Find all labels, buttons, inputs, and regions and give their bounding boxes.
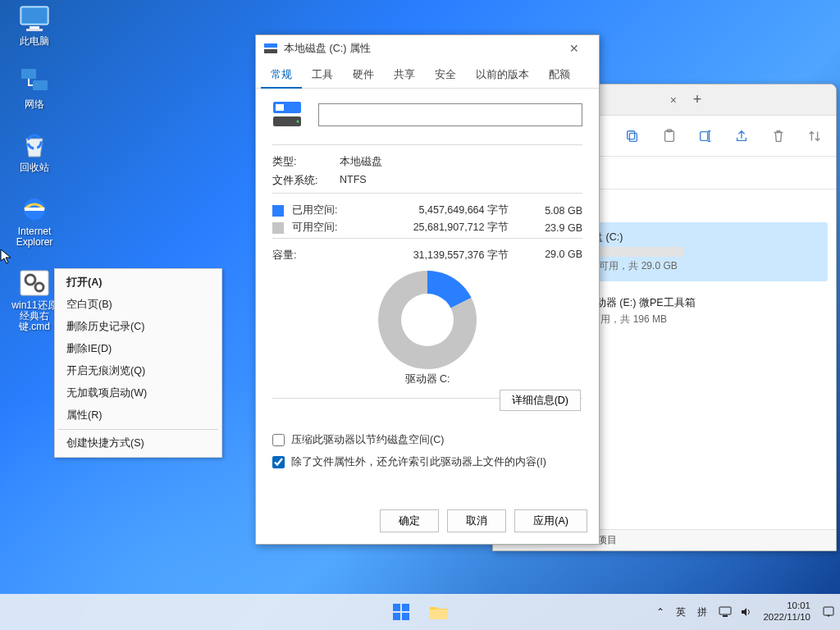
svg-rect-27 [264,49,277,53]
value-free-bytes: 25,681,907,712 字节 [353,221,525,235]
desktop-icon-network[interactable]: 网络 [10,67,59,110]
svg-rect-39 [824,607,833,615]
taskbar-clock[interactable]: 10:01 2022/11/10 [763,600,810,623]
label-free-space: 可用空间: [292,221,353,235]
clock-date: 2022/11/10 [763,612,810,623]
taskbar-explorer-button[interactable] [423,596,454,628]
svg-rect-35 [402,613,409,620]
desktop: 此电脑 网络 回收站 Internet Explorer win11还原经典右键… [10,4,59,333]
drive-usage-text: 23.9 GB 可用，共 29.0 GB [560,259,823,273]
start-button[interactable] [386,596,417,628]
menu-separator [58,429,218,430]
apply-button[interactable]: 应用(A) [514,509,587,532]
checkbox-input[interactable] [272,434,285,446]
close-icon[interactable]: × [670,94,677,107]
drive-name: 本地磁盘 (C:) [560,231,823,244]
new-tab-button[interactable]: + [682,84,713,115]
value-free-gb: 23.9 GB [525,222,582,234]
ime-mode-indicator[interactable]: 拼 [697,605,707,619]
cancel-button[interactable]: 取消 [447,509,506,532]
dialog-title: 本地磁盘 (C:) 属性 [284,42,371,56]
value-capacity-bytes: 31,139,557,376 字节 [353,249,525,262]
svg-rect-34 [393,613,400,620]
tab-share[interactable]: 共享 [384,62,425,88]
dialog-buttons: 确定 取消 应用(A) [256,501,599,544]
desktop-icon-recycle[interactable]: 回收站 [10,130,59,173]
close-button[interactable]: ✕ [558,35,591,62]
properties-dialog[interactable]: 本地磁盘 (C:) 属性 ✕ 常规 工具 硬件 共享 安全 以前的版本 配额 类… [255,34,600,545]
svg-rect-12 [628,130,635,139]
taskbar[interactable]: ⌃ 英 拼 10:01 2022/11/10 [0,594,840,630]
tab-quota[interactable]: 配额 [539,62,580,88]
taskbar-tray: ⌃ 英 拼 10:01 2022/11/10 [656,600,835,623]
svg-rect-5 [33,80,48,90]
menu-item-blank-page[interactable]: 空白页(B) [57,294,220,316]
drive-fs-text: UDF [560,329,823,340]
menu-item-inprivate[interactable]: 开启无痕浏览(Q) [57,360,220,382]
ok-button[interactable]: 确定 [380,509,439,532]
menu-item-properties[interactable]: 属性(R) [57,404,220,427]
svg-rect-15 [701,131,708,140]
svg-rect-3 [26,29,43,31]
label-filesystem: 文件系统: [272,174,340,188]
monitor-icon [18,4,51,34]
dialog-titlebar[interactable]: 本地磁盘 (C:) 属性 ✕ [256,35,599,62]
label-type: 类型: [272,155,340,169]
sort-icon[interactable] [806,127,823,145]
value-capacity-gb: 29.0 GB [525,249,582,262]
svg-rect-37 [719,607,731,614]
drive-icon [272,100,302,130]
menu-item-open[interactable]: 打开(A) [57,272,220,294]
gears-icon [18,268,51,298]
network-icon [18,67,51,97]
menu-item-no-addons[interactable]: 无加载项启动(W) [57,382,220,404]
tab-tools[interactable]: 工具 [302,62,343,88]
details-button[interactable]: 详细信息(D) [500,390,581,411]
volume-icon [740,606,751,618]
drive-tag: 驱动器 C: [272,372,582,386]
checkbox-compress[interactable]: 压缩此驱动器以节约磁盘空间(C) [272,433,582,447]
cursor-icon [0,249,13,265]
system-icons[interactable] [719,606,751,618]
desktop-icon-this-pc[interactable]: 此电脑 [10,4,59,47]
drive-icon [264,42,277,55]
tab-hardware[interactable]: 硬件 [343,62,384,88]
svg-point-31 [297,121,299,123]
menu-item-delete-ie[interactable]: 删除IE(D) [57,338,220,360]
tab-previous-versions[interactable]: 以前的版本 [466,62,539,88]
copy-icon[interactable] [624,127,641,145]
share-icon[interactable] [733,127,750,145]
desktop-icon-cmd-file[interactable]: win11还原经典右键.cmd [10,268,59,333]
tab-general[interactable]: 常规 [261,62,302,89]
value-used-gb: 5.08 GB [525,205,582,217]
menu-item-create-shortcut[interactable]: 创建快捷方式(S) [57,432,220,454]
label-used-space: 已用空间: [292,203,353,217]
value-used-bytes: 5,457,649,664 字节 [353,203,525,217]
ime-indicator[interactable]: 英 [676,605,686,619]
tray-overflow-icon[interactable]: ⌃ [656,606,664,618]
svg-rect-13 [664,130,673,141]
properties-tabs: 常规 工具 硬件 共享 安全 以前的版本 配额 [256,62,599,89]
context-menu: 打开(A) 空白页(B) 删除历史记录(C) 删除IE(D) 开启无痕浏览(Q)… [54,268,222,458]
checkbox-input[interactable] [272,456,285,468]
clock-time: 10:01 [763,600,810,612]
menu-item-delete-history[interactable]: 删除历史记录(C) [57,316,220,338]
paste-icon[interactable] [660,127,677,145]
svg-rect-36 [430,609,448,619]
tab-this-pc[interactable]: × [608,84,682,115]
properties-body: 类型:本地磁盘 文件系统:NTFS 已用空间: 5,457,649,664 字节… [256,89,599,501]
recycle-bin-icon [18,130,51,160]
checkbox-index[interactable]: 除了文件属性外，还允许索引此驱动器上文件的内容(I) [272,455,582,469]
desktop-icon-internet-explorer[interactable]: Internet Explorer [10,194,59,248]
value-filesystem: NTFS [340,174,582,188]
tab-security[interactable]: 安全 [425,62,466,88]
svg-rect-26 [264,43,277,48]
notifications-icon[interactable] [822,605,835,619]
drive-label-input[interactable] [318,103,582,126]
drive-usage-text: 0 字节 可用，共 196 MB [560,313,823,326]
taskbar-center [386,596,454,628]
svg-rect-1 [22,8,47,23]
usage-pie-chart [378,271,477,369]
rename-icon[interactable] [697,127,714,145]
delete-icon[interactable] [769,127,786,145]
